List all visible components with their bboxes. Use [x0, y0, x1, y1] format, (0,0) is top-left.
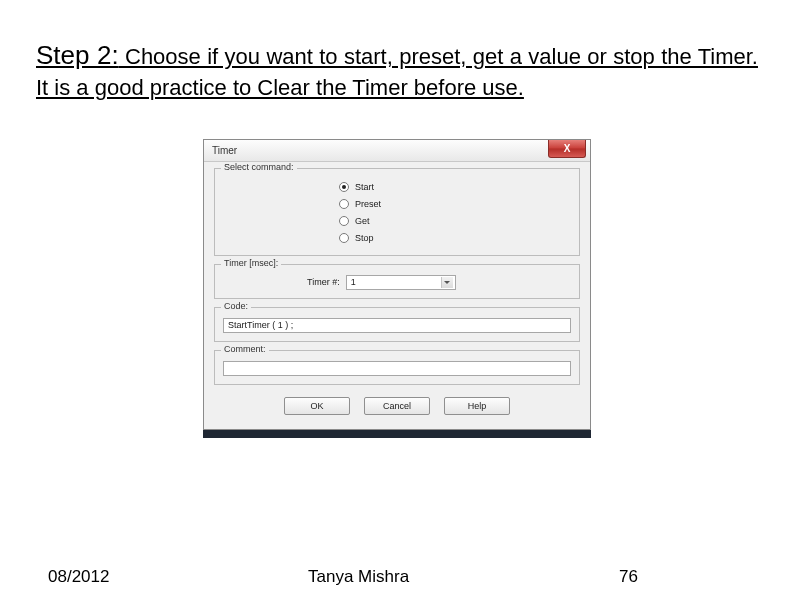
code-value: StartTimer ( 1 ) ; [228, 320, 293, 330]
help-button[interactable]: Help [444, 397, 510, 415]
comment-input[interactable] [223, 361, 571, 376]
cancel-button-label: Cancel [383, 401, 411, 411]
dialog-title: Timer [212, 145, 237, 156]
group-timer-msec-legend: Timer [msec]: [221, 258, 281, 268]
step-body: Choose if you want to start, preset, get… [36, 44, 758, 100]
background-strip [203, 430, 591, 438]
radio-row-get[interactable]: Get [339, 213, 571, 230]
timer-number-value: 1 [351, 277, 356, 287]
radio-start-label: Start [355, 182, 374, 192]
radio-preset-icon [339, 199, 349, 209]
radio-start-icon [339, 182, 349, 192]
radio-row-start[interactable]: Start [339, 179, 571, 196]
titlebar: Timer X [204, 140, 590, 162]
group-code-legend: Code: [221, 301, 251, 311]
timer-number-label: Timer #: [307, 277, 340, 287]
ok-button-label: OK [310, 401, 323, 411]
timer-dialog: Timer X Select command: Start Preset [203, 139, 591, 430]
cancel-button[interactable]: Cancel [364, 397, 430, 415]
radio-stop-icon [339, 233, 349, 243]
footer-page-number: 76 [619, 567, 638, 587]
footer-author: Tanya Mishra [308, 567, 409, 587]
help-button-label: Help [468, 401, 487, 411]
step-label: Step 2: [36, 40, 119, 70]
group-comment-legend: Comment: [221, 344, 269, 354]
radio-row-preset[interactable]: Preset [339, 196, 571, 213]
group-select-command-legend: Select command: [221, 162, 297, 172]
group-select-command: Select command: Start Preset Get [214, 168, 580, 256]
instruction-text: Step 2: Choose if you want to start, pre… [36, 38, 758, 103]
ok-button[interactable]: OK [284, 397, 350, 415]
close-button[interactable]: X [548, 140, 586, 158]
button-row: OK Cancel Help [214, 393, 580, 419]
group-timer-msec: Timer [msec]: Timer #: 1 [214, 264, 580, 299]
radio-row-stop[interactable]: Stop [339, 230, 571, 247]
close-icon: X [564, 144, 571, 154]
group-comment: Comment: [214, 350, 580, 385]
group-code: Code: StartTimer ( 1 ) ; [214, 307, 580, 342]
radio-stop-label: Stop [355, 233, 374, 243]
footer-date: 08/2012 [48, 567, 109, 587]
radio-get-label: Get [355, 216, 370, 226]
dialog-holder: Timer X Select command: Start Preset [36, 139, 758, 438]
radio-get-icon [339, 216, 349, 226]
timer-number-combo[interactable]: 1 [346, 275, 456, 290]
chevron-down-icon [441, 277, 453, 288]
radio-preset-label: Preset [355, 199, 381, 209]
code-input[interactable]: StartTimer ( 1 ) ; [223, 318, 571, 333]
